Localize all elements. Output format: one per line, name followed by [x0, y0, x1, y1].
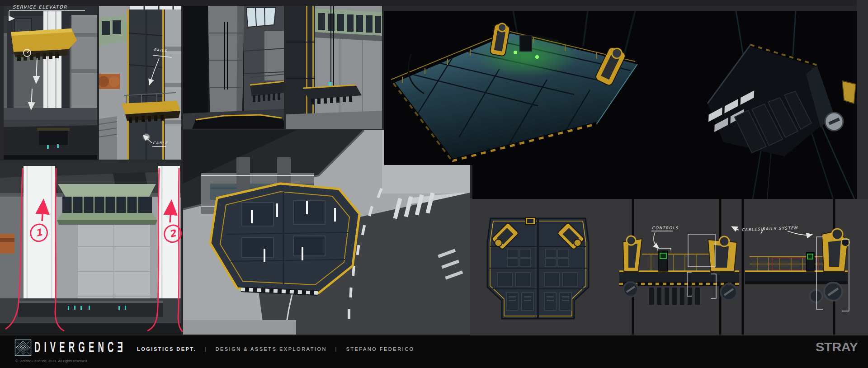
street-platform	[210, 184, 359, 293]
panel-a-art	[4, 6, 97, 160]
copyright-text: © Stefano Federico, 2023. All rights res…	[15, 359, 88, 363]
panel-interior-shaft	[183, 6, 284, 129]
panel-building-overview	[0, 160, 181, 335]
control-console	[807, 252, 814, 271]
yellow-hook	[842, 81, 856, 104]
panel-elevator-sketch	[4, 6, 97, 160]
author-label: STEFANO FEDERICO	[346, 346, 414, 352]
background-top-strip	[0, 0, 868, 6]
panel-side-views	[606, 199, 868, 335]
green-window-band	[315, 9, 382, 41]
footer-credits: LOGISTICS DEPT. | DESIGN & ASSETS EXPLOR…	[137, 346, 415, 352]
panel-e-art	[286, 6, 382, 129]
render-platform-underside	[706, 11, 856, 199]
panel-shaft-view	[99, 6, 181, 160]
panel-topdown-view	[484, 215, 592, 321]
project-label: DESIGN & ASSETS EXPLORATION	[216, 346, 327, 352]
skylight	[246, 8, 276, 27]
topdown-art	[484, 215, 592, 321]
arm-right	[708, 236, 737, 271]
separator: |	[199, 346, 213, 352]
side-view-lateral	[745, 229, 849, 302]
render-platform-iso	[391, 11, 637, 161]
department-label: LOGISTICS DEPT.	[137, 346, 196, 352]
divergence-wordmark: DIVERGENCƎ	[34, 339, 127, 356]
arm-lateral	[822, 229, 849, 271]
panel-d-art	[183, 6, 284, 129]
side-view-front	[619, 236, 739, 305]
control-console	[659, 251, 668, 271]
background-right-margin	[857, 0, 868, 199]
concept-art-board: SERVICE ELEVATOR RAILS CABLE CONTROLS CA…	[0, 0, 868, 368]
separator: |	[329, 346, 343, 352]
marker-1-number: 1	[34, 227, 43, 239]
footer-bar: DIVERGENCƎ © Stefano Federico, 2023. All…	[0, 335, 868, 368]
arm-left	[623, 236, 642, 271]
sideviews-art	[606, 199, 868, 335]
panel-c-art	[0, 160, 181, 335]
stray-logo: STRAY	[816, 340, 858, 354]
panel-b-art	[99, 6, 181, 160]
cable-pulley	[143, 133, 150, 141]
cable-label: CABLE	[153, 141, 168, 145]
panel-upward-view	[286, 6, 382, 129]
control-tower	[57, 184, 157, 225]
controls-label: CONTROLS	[652, 226, 679, 230]
divergence-logo-icon	[14, 339, 32, 356]
marker-2-number: 2	[168, 228, 177, 240]
service-elevator-label: SERVICE ELEVATOR	[13, 5, 67, 9]
